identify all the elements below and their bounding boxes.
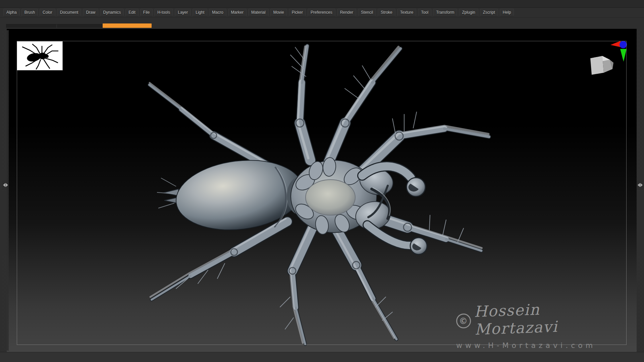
spider-silhouette-icon	[17, 42, 62, 70]
watermark-signature: © Hossein Mortazavi	[455, 299, 597, 339]
menu-item-zplugin[interactable]: Zplugin	[459, 9, 478, 16]
scroll-right-arrow-icon	[640, 183, 643, 187]
menu-item-tool[interactable]: Tool	[418, 9, 431, 16]
spider-body	[157, 154, 427, 254]
main-menubar: Alpha Brush Color Document Draw Dynamics…	[3, 8, 514, 17]
menu-item-picker[interactable]: Picker	[289, 9, 306, 16]
menu-item-macro[interactable]: Macro	[209, 9, 226, 16]
menu-item-stroke[interactable]: Stroke	[378, 9, 395, 16]
menu-item-brush[interactable]: Brush	[21, 9, 38, 16]
bottom-strip	[0, 352, 644, 362]
left-scrollbar-handle[interactable]	[2, 180, 9, 190]
scroll-right-arrow-icon	[6, 183, 8, 187]
menu-item-alpha[interactable]: Alpha	[3, 9, 20, 16]
titlebar-strip	[0, 0, 644, 8]
right-scrollbar-handle[interactable]	[637, 180, 643, 190]
scroll-left-arrow-icon	[638, 183, 640, 187]
z-axis-dot-icon	[620, 41, 627, 48]
menu-item-layer[interactable]: Layer	[175, 9, 191, 16]
menu-item-stencil[interactable]: Stencil	[358, 9, 376, 16]
document-canvas[interactable]: © Hossein Mortazavi www.H-Mortazavi.com	[7, 29, 637, 352]
menu-item-movie[interactable]: Movie	[270, 9, 287, 16]
menu-item-transform[interactable]: Transform	[433, 9, 457, 16]
divider-notch	[56, 24, 57, 28]
menu-item-color[interactable]: Color	[40, 9, 55, 16]
menu-item-dynamics[interactable]: Dynamics	[100, 9, 124, 16]
menu-item-marker[interactable]: Marker	[228, 9, 247, 16]
menu-item-document[interactable]: Document	[57, 9, 82, 16]
menu-item-draw[interactable]: Draw	[83, 9, 98, 16]
menu-item-edit[interactable]: Edit	[125, 9, 139, 16]
zbrush-window: Alpha Brush Color Document Draw Dynamics…	[0, 0, 644, 362]
y-axis-arrow-icon	[620, 49, 627, 62]
menu-item-htools[interactable]: H-tools	[154, 9, 173, 16]
divider-bar[interactable]	[6, 24, 103, 28]
menu-item-texture[interactable]: Texture	[397, 9, 416, 16]
menubar-divider	[0, 17, 644, 18]
right-scrollbar[interactable]	[637, 30, 643, 351]
copyright-icon: ©	[456, 313, 471, 329]
menu-item-render[interactable]: Render	[337, 9, 356, 16]
scroll-left-arrow-icon	[3, 183, 5, 187]
alpha-preview-thumbnail[interactable]	[17, 41, 63, 70]
watermark: © Hossein Mortazavi www.H-Mortazavi.com	[456, 301, 597, 350]
active-tab-indicator[interactable]	[103, 23, 152, 28]
left-scrollbar[interactable]	[2, 30, 9, 351]
menu-item-zscript[interactable]: Zscript	[480, 9, 498, 16]
camera-gizmo[interactable]	[588, 56, 614, 78]
menu-item-material[interactable]: Material	[248, 9, 269, 16]
menu-item-light[interactable]: Light	[193, 9, 207, 16]
watermark-url: www.H-Mortazavi.com	[456, 341, 597, 350]
axis-orientation-gizmo[interactable]	[610, 41, 627, 62]
menu-item-preferences[interactable]: Preferences	[308, 9, 335, 16]
menu-item-help[interactable]: Help	[500, 9, 514, 16]
menu-item-file[interactable]: File	[140, 9, 153, 16]
